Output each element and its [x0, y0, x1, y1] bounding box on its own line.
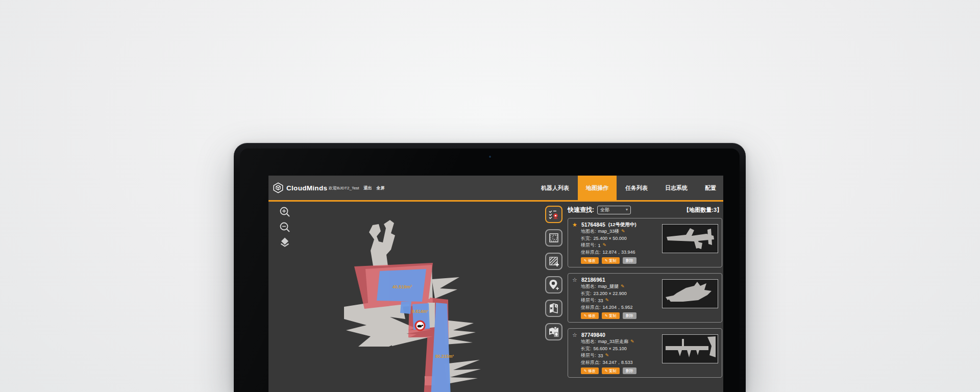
no-entry-marker[interactable]: [415, 321, 425, 330]
brand-name: CloudMinds: [286, 184, 327, 192]
field-label-floor: 楼层号:: [581, 242, 596, 249]
brand-logo: CloudMinds: [273, 176, 327, 200]
nav-tab-map-operation[interactable]: 地图操作: [578, 176, 617, 200]
laptop-mockup: CloudMinds 欢迎BJDT2_Test 退出 全屏 机器人列表 地图操作…: [234, 143, 746, 392]
map-id: 51764845: [581, 222, 605, 228]
field-label-floor: 楼层号:: [581, 352, 596, 359]
quick-find-select[interactable]: 全部 ▾: [597, 206, 631, 214]
webcam-dot: [489, 156, 491, 158]
quick-find-bar: 快速查找: 全部 ▾ 【地图数量:3】: [568, 205, 722, 215]
chevron-down-icon: ▾: [626, 208, 628, 212]
map-origin-value: 14.204，5.952: [603, 304, 633, 311]
map-list-panel: 快速查找: 全部 ▾ 【地图数量:3】 ★ 51764845 (12号使用中): [568, 205, 722, 383]
welcome-text: 欢迎BJDT2_Test: [329, 185, 359, 191]
layers-icon[interactable]: [279, 236, 291, 249]
field-label-name: 地图名:: [581, 283, 596, 290]
map-origin-value: 34.247，8.533: [603, 359, 633, 366]
map-toolbar: [545, 206, 562, 340]
quick-find-selected-value: 全部: [600, 207, 626, 213]
field-label-name: 地图名:: [581, 338, 596, 345]
field-label-origin: 坐标原点:: [581, 304, 601, 311]
room-small-area-label: 8.614m²: [412, 309, 428, 314]
measure-area-tool[interactable]: [545, 229, 562, 247]
edit-floor-icon[interactable]: ✎: [605, 353, 609, 358]
add-poi-tool[interactable]: [545, 276, 562, 293]
poi-task-list-tool[interactable]: [545, 206, 562, 223]
map-card[interactable]: ☆ 87749840 地图名:map_33层走廊✎ 长宽:56.600 × 25…: [568, 328, 722, 378]
map-floor-value: 1: [598, 243, 601, 248]
copy-map-button[interactable]: ✎复制: [602, 312, 620, 319]
map-size-value: 25.400 × 50.000: [594, 236, 627, 241]
map-id: 82186961: [581, 277, 605, 283]
map-floor-value: 33: [598, 298, 603, 303]
map-thumbnail[interactable]: [662, 224, 718, 253]
edit-name-icon[interactable]: ✎: [621, 284, 625, 289]
field-label-origin: 坐标原点:: [581, 249, 601, 256]
copy-map-button[interactable]: ✎复制: [602, 368, 620, 374]
field-label-floor: 楼层号:: [581, 297, 596, 304]
corridor-area-label: 80.215m²: [435, 354, 454, 359]
favorite-star-icon[interactable]: ☆: [572, 332, 578, 338]
zoom-out-icon[interactable]: [279, 221, 291, 233]
field-label-name: 地图名:: [581, 228, 596, 235]
nav-tab-config[interactable]: 配置: [696, 176, 723, 200]
map-thumbnail[interactable]: [662, 279, 718, 308]
app-window: CloudMinds 欢迎BJDT2_Test 退出 全屏 机器人列表 地图操作…: [268, 176, 723, 392]
edit-map-button[interactable]: ✎修改: [581, 368, 599, 374]
quick-find-label: 快速查找:: [568, 206, 594, 214]
pencil-icon: ✎: [605, 369, 608, 373]
map-size-value: 23.200 × 22.900: [594, 291, 627, 296]
laptop-screen-glass: CloudMinds 欢迎BJDT2_Test 退出 全屏 机器人列表 地图操作…: [240, 149, 740, 392]
field-label-origin: 坐标原点:: [581, 359, 601, 366]
map-id: 87749840: [581, 332, 605, 338]
field-label-size: 长宽:: [581, 290, 592, 297]
add-restricted-zone-tool[interactable]: [545, 253, 562, 270]
map-name-value: map_腿腿: [598, 283, 619, 290]
copy-map-button[interactable]: ✎复制: [602, 257, 620, 264]
edit-map-button[interactable]: ✎修改: [581, 257, 599, 264]
field-label-size: 长宽:: [581, 346, 592, 352]
pencil-icon: ✎: [584, 259, 587, 263]
upload-map-tool[interactable]: [545, 323, 562, 340]
edit-name-icon[interactable]: ✎: [630, 339, 634, 344]
delete-map-button[interactable]: 删除: [623, 312, 636, 319]
logout-link[interactable]: 退出: [364, 185, 372, 191]
top-navigation-bar: CloudMinds 欢迎BJDT2_Test 退出 全屏 机器人列表 地图操作…: [268, 176, 723, 200]
map-floor-value: 33: [598, 353, 603, 358]
map-name-value: map_33楼: [598, 228, 620, 235]
map-name-value: map_33层走廊: [598, 338, 629, 345]
map-zoom-controls: [279, 206, 291, 249]
map-in-use-note: (12号使用中): [608, 222, 636, 228]
fullscreen-link[interactable]: 全屏: [377, 185, 385, 191]
map-card[interactable]: ★ 51764845 (12号使用中) 地图名:map_33楼✎ 长宽:25.4…: [568, 218, 722, 267]
nav-tab-log-system[interactable]: 日志系统: [656, 176, 696, 200]
map-card[interactable]: ☆ 82186961 地图名:map_腿腿✎ 长宽:23.200 × 22.90…: [568, 273, 722, 323]
delete-map-tool[interactable]: [545, 300, 562, 317]
edit-name-icon[interactable]: ✎: [621, 229, 625, 234]
pencil-icon: ✎: [605, 259, 608, 263]
delete-map-button[interactable]: 删除: [623, 257, 636, 264]
field-label-size: 长宽:: [581, 235, 592, 242]
edit-floor-icon[interactable]: ✎: [605, 298, 609, 303]
room-large-area-label: 40.519m²: [393, 284, 412, 289]
edit-floor-icon[interactable]: ✎: [603, 243, 607, 248]
map-count-badge: 【地图数量:3】: [683, 206, 722, 214]
cloudminds-hexagon-cube-icon: [273, 182, 284, 193]
user-session-area: 欢迎BJDT2_Test 退出 全屏: [329, 176, 385, 200]
map-thumbnail[interactable]: [662, 334, 718, 363]
delete-map-button[interactable]: 删除: [623, 368, 636, 374]
occupancy-map-canvas[interactable]: 40.519m² 8.614m² 80.215m²: [268, 202, 547, 392]
main-nav: 机器人列表 地图操作 任务列表 日志系统 配置: [532, 176, 723, 200]
map-viewport[interactable]: 40.519m² 8.614m² 80.215m²: [268, 202, 723, 392]
pencil-icon: ✎: [605, 314, 608, 318]
pencil-icon: ✎: [584, 369, 587, 373]
edit-map-button[interactable]: ✎修改: [581, 312, 599, 319]
map-size-value: 56.600 × 25.100: [594, 346, 627, 351]
favorite-star-icon[interactable]: ☆: [572, 277, 578, 283]
nav-tab-robot-list[interactable]: 机器人列表: [532, 176, 578, 200]
map-origin-value: 12.874，33.946: [603, 249, 635, 256]
zoom-in-icon[interactable]: [279, 206, 291, 218]
pencil-icon: ✎: [584, 314, 587, 318]
nav-tab-task-list[interactable]: 任务列表: [617, 176, 656, 200]
favorite-star-icon[interactable]: ★: [572, 222, 578, 228]
